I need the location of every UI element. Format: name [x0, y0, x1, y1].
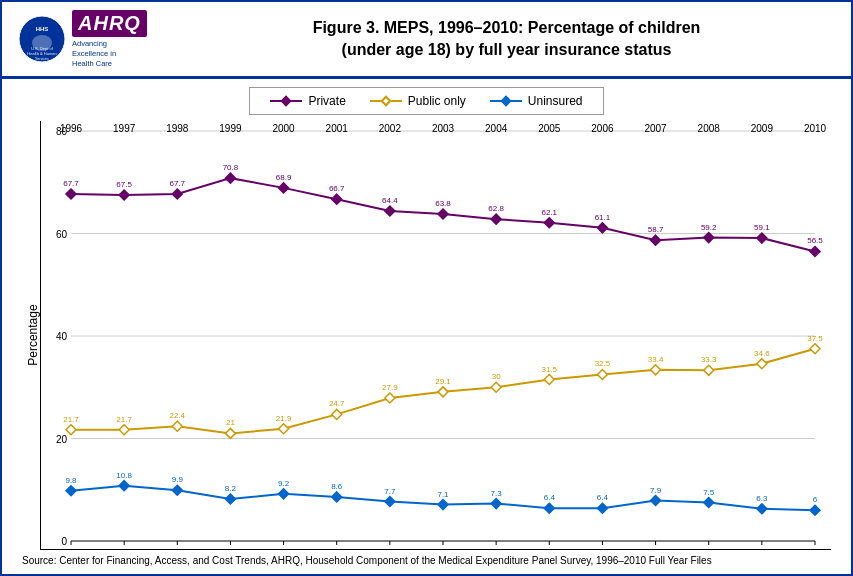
header: HHS U.S. Dept of Health & Human Services…	[2, 2, 851, 79]
svg-text:7.3: 7.3	[491, 489, 503, 498]
svg-marker-48	[119, 425, 129, 435]
svg-marker-96	[597, 503, 607, 513]
svg-text:21.7: 21.7	[116, 415, 132, 424]
svg-marker-30	[438, 209, 448, 219]
svg-text:27.9: 27.9	[382, 383, 398, 392]
chart-area: Percentage 02040608067.767.567.770.868.9…	[22, 121, 831, 550]
svg-marker-104	[810, 506, 820, 516]
svg-marker-54	[279, 424, 289, 434]
svg-marker-44	[810, 247, 820, 257]
chart-body: Private Public only Uninsured Percentage	[2, 79, 851, 550]
svg-text:6.3: 6.3	[756, 494, 768, 503]
svg-text:56.5: 56.5	[807, 237, 823, 246]
svg-marker-94	[544, 503, 554, 513]
svg-text:9.9: 9.9	[172, 476, 184, 485]
source-text: Source: Center for Financing, Access, an…	[2, 550, 851, 574]
x-tick-label: 2003	[425, 123, 461, 134]
ahrq-logo: AHRQ AdvancingExcellence inHealth Care	[72, 10, 147, 68]
svg-marker-84	[279, 489, 289, 499]
svg-marker-66	[597, 370, 607, 380]
svg-text:70.8: 70.8	[223, 163, 239, 172]
legend-public: Public only	[370, 94, 466, 108]
x-tick-label: 2006	[584, 123, 620, 134]
x-tick-label: 2000	[266, 123, 302, 134]
svg-text:6.4: 6.4	[597, 493, 609, 502]
chart-inner: 02040608067.767.567.770.868.966.764.463.…	[40, 121, 831, 550]
svg-text:67.7: 67.7	[63, 179, 79, 188]
legend-private-label: Private	[308, 94, 345, 108]
svg-text:67.5: 67.5	[116, 180, 132, 189]
legend-uninsured: Uninsured	[490, 94, 583, 108]
legend-uninsured-label: Uninsured	[528, 94, 583, 108]
svg-text:66.7: 66.7	[329, 184, 345, 193]
svg-text:40: 40	[56, 331, 68, 342]
svg-text:10.8: 10.8	[116, 471, 132, 480]
svg-text:7.9: 7.9	[650, 486, 662, 495]
x-tick-label: 1996	[53, 123, 89, 134]
svg-text:59.1: 59.1	[754, 223, 770, 232]
chart-svg: 02040608067.767.567.770.868.966.764.463.…	[41, 121, 831, 549]
legend: Private Public only Uninsured	[249, 87, 603, 115]
ahrq-name: AHRQ	[78, 12, 141, 34]
svg-text:7.5: 7.5	[703, 488, 715, 497]
legend-private: Private	[270, 94, 345, 108]
svg-text:68.9: 68.9	[276, 173, 292, 182]
svg-marker-32	[491, 214, 501, 224]
x-tick-label: 1998	[159, 123, 195, 134]
svg-text:62.1: 62.1	[541, 208, 557, 217]
svg-marker-34	[544, 218, 554, 228]
x-tick-label: 1997	[106, 123, 142, 134]
svg-text:7.7: 7.7	[384, 487, 396, 496]
svg-text:21: 21	[226, 419, 235, 428]
svg-marker-60	[438, 387, 448, 397]
svg-text:20: 20	[56, 434, 68, 445]
svg-text:21.7: 21.7	[63, 415, 79, 424]
svg-text:34.6: 34.6	[754, 349, 770, 358]
svg-marker-100	[704, 498, 714, 508]
x-tick-label: 2008	[691, 123, 727, 134]
svg-marker-56	[332, 410, 342, 420]
title-area: Figure 3. MEPS, 1996–2010: Percentage of…	[178, 17, 835, 62]
svg-marker-72	[757, 359, 767, 369]
svg-marker-90	[438, 500, 448, 510]
svg-marker-24	[279, 183, 289, 193]
legend-public-label: Public only	[408, 94, 466, 108]
svg-text:8.6: 8.6	[331, 482, 343, 491]
svg-text:58.7: 58.7	[648, 225, 664, 234]
svg-marker-16	[66, 189, 76, 199]
svg-marker-38	[651, 235, 661, 245]
hhs-logo: HHS U.S. Dept of Health & Human Services	[18, 15, 66, 63]
svg-text:HHS: HHS	[36, 26, 49, 32]
svg-marker-22	[225, 173, 235, 183]
svg-marker-74	[810, 344, 820, 354]
svg-text:22.4: 22.4	[169, 411, 185, 420]
svg-marker-58	[385, 393, 395, 403]
svg-marker-92	[491, 499, 501, 509]
svg-text:32.5: 32.5	[595, 360, 611, 369]
svg-text:60: 60	[56, 229, 68, 240]
x-tick-label: 2001	[319, 123, 355, 134]
svg-text:31.5: 31.5	[541, 365, 557, 374]
y-axis-label: Percentage	[22, 121, 40, 550]
svg-marker-18	[119, 190, 129, 200]
svg-marker-50	[172, 421, 182, 431]
x-tick-label: 2002	[372, 123, 408, 134]
svg-text:7.1: 7.1	[437, 490, 449, 499]
svg-text:61.1: 61.1	[595, 213, 611, 222]
svg-marker-76	[66, 486, 76, 496]
svg-text:6.4: 6.4	[544, 493, 556, 502]
svg-text:29.1: 29.1	[435, 377, 451, 386]
svg-text:59.2: 59.2	[701, 223, 717, 232]
svg-marker-26	[332, 194, 342, 204]
x-tick-label: 2004	[478, 123, 514, 134]
plot-area: 02040608067.767.567.770.868.966.764.463.…	[40, 121, 831, 550]
logo-area: HHS U.S. Dept of Health & Human Services…	[18, 10, 178, 68]
main-container: HHS U.S. Dept of Health & Human Services…	[0, 0, 853, 576]
svg-marker-78	[119, 481, 129, 491]
svg-marker-68	[651, 365, 661, 375]
svg-text:33.3: 33.3	[701, 356, 717, 365]
svg-text:62.8: 62.8	[488, 204, 504, 213]
svg-marker-52	[225, 429, 235, 439]
svg-text:30: 30	[492, 373, 501, 382]
svg-marker-46	[66, 425, 76, 435]
